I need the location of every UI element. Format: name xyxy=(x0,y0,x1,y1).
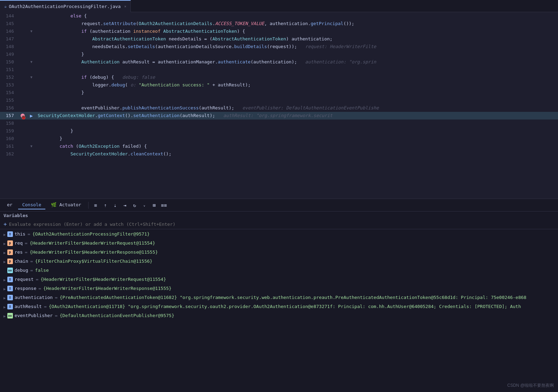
fold-area-145[interactable] xyxy=(28,20,35,28)
list-item[interactable]: ▶ oo eventPublisher = {DefaultAuthentica… xyxy=(0,312,558,321)
code-content-158 xyxy=(35,120,558,127)
scroll-up-icon[interactable]: ⇡ xyxy=(101,201,109,209)
fold-area-161[interactable]: ▼ xyxy=(28,143,35,150)
breakpoint-area-159[interactable] xyxy=(17,127,28,135)
fold-area-146[interactable]: ▼ xyxy=(28,28,35,35)
table-row: 161 ▼ catch (OAuth2Exception failed) { xyxy=(0,143,558,150)
breakpoint-area-147[interactable] xyxy=(17,35,28,43)
var-value-request: {HeaderWriterFilter$HeaderWriterRequest@… xyxy=(40,276,166,283)
fold-area-154[interactable] xyxy=(28,89,35,97)
watch-add-button[interactable]: + xyxy=(3,221,7,228)
breakpoint-area-144[interactable] xyxy=(17,12,28,20)
list-item[interactable]: ▶ p chain = {FilterChainProxy$VirtualFil… xyxy=(0,257,558,266)
breakpoint-area-152[interactable] xyxy=(17,74,28,81)
expand-icon-chain[interactable]: ▶ xyxy=(3,259,6,266)
fold-area-150[interactable]: ▼ xyxy=(28,58,35,66)
tab-close-button[interactable]: × xyxy=(124,5,126,8)
tab-label: OAuth2AuthenticationProcessingFilter.jav… xyxy=(9,4,121,9)
expand-icon-authresult[interactable]: ▶ xyxy=(3,304,6,311)
fold-area-158[interactable] xyxy=(28,120,35,127)
fold-area-155[interactable] xyxy=(28,97,35,104)
fold-area-147[interactable] xyxy=(28,35,35,43)
line-number: 145 xyxy=(0,20,17,28)
list-item[interactable]: ▶ p res = {HeaderWriterFilter$HeaderWrit… xyxy=(0,248,558,257)
refresh-icon[interactable]: ↻ xyxy=(131,201,138,209)
breakpoint-area-162[interactable] xyxy=(17,150,28,158)
breakpoint-area-151[interactable] xyxy=(17,66,28,74)
fold-area-152[interactable]: ▼ xyxy=(28,74,35,81)
code-content-161: catch (OAuth2Exception failed) { xyxy=(35,143,558,150)
code-content-152: if (debug) { debug: false xyxy=(35,74,558,81)
breakpoint-area-154[interactable] xyxy=(17,89,28,97)
list-icon[interactable]: ≡ xyxy=(92,201,99,209)
expand-icon-request[interactable]: ▶ xyxy=(3,277,6,284)
list-item[interactable]: ▶ oo debug = false xyxy=(0,266,558,275)
breakpoint-area-158[interactable] xyxy=(17,120,28,127)
expand-icon-eventpublisher[interactable]: ▶ xyxy=(3,313,6,320)
var-name-authentication: authentication xyxy=(15,294,53,301)
breakpoint-area-153[interactable] xyxy=(17,81,28,89)
table-row: 156 eventPublisher.publishAuthentication… xyxy=(0,104,558,112)
breakpoint-area-157[interactable]: 🐞 xyxy=(17,112,28,120)
expand-icon-response[interactable]: ▶ xyxy=(3,286,6,293)
var-equals-request: = xyxy=(36,276,38,283)
list-item[interactable]: ▶ ≡ authentication = {PreAuthenticatedAu… xyxy=(0,293,558,302)
breakpoint-area-160[interactable] xyxy=(17,135,28,143)
var-equals-chain: = xyxy=(30,258,33,265)
breakpoint-area-148[interactable] xyxy=(17,43,28,51)
var-equals-eventpublisher: = xyxy=(55,312,58,319)
scroll-down-icon[interactable]: ⇣ xyxy=(111,201,119,209)
var-name-debug: debug xyxy=(15,267,28,274)
var-equals-res: = xyxy=(25,249,28,256)
expand-icon-authentication[interactable]: ▶ xyxy=(3,295,6,302)
fold-area-160[interactable] xyxy=(28,135,35,143)
fold-area-157[interactable]: ▶ xyxy=(28,112,35,120)
line-number: 161 xyxy=(0,143,17,150)
menu-icon[interactable]: ≡≡ xyxy=(160,201,168,209)
list-item[interactable]: ▶ ≡ this = {OAuth2AuthenticationProcessi… xyxy=(0,230,558,239)
variables-header: Variables xyxy=(0,212,558,220)
fold-area-159[interactable] xyxy=(28,127,35,135)
breakpoint-area-156[interactable] xyxy=(17,104,28,112)
line-number: 146 xyxy=(0,28,17,35)
expand-icon-res[interactable]: ▶ xyxy=(3,249,6,256)
list-item[interactable]: ▶ p req = {HeaderWriterFilter$HeaderWrit… xyxy=(0,239,558,248)
tab-actuator[interactable]: 🌿 Actuator xyxy=(47,201,85,209)
list-item[interactable]: ▶ ≡ authResult = {OAuth2Authentication@1… xyxy=(0,302,558,312)
tab-er-label: er xyxy=(7,202,13,207)
fold-area-149[interactable] xyxy=(28,51,35,58)
expand-icon-debug[interactable]: ▶ xyxy=(3,268,6,275)
variables-tree: ▶ ≡ this = {OAuth2AuthenticationProcessi… xyxy=(0,229,558,321)
breakpoint-area-149[interactable] xyxy=(17,51,28,58)
tab-console[interactable]: Console xyxy=(18,201,46,209)
line-number: 158 xyxy=(0,120,17,127)
fold-area-153[interactable] xyxy=(28,81,35,89)
list-item[interactable]: ▶ ≡ request = {HeaderWriterFilter$Header… xyxy=(0,275,558,284)
tab-er[interactable]: er xyxy=(3,201,17,209)
file-tab[interactable]: ☕ OAuth2AuthenticationProcessingFilter.j… xyxy=(0,0,131,12)
breakpoint-area-150[interactable] xyxy=(17,58,28,66)
list-item[interactable]: ▶ ≡ response = {HeaderWriterFilter$Heade… xyxy=(0,284,558,293)
breakpoint-area-155[interactable] xyxy=(17,97,28,104)
expand-icon-this[interactable]: ▶ xyxy=(3,231,6,238)
fold-area-148[interactable] xyxy=(28,43,35,51)
code-content-151 xyxy=(35,66,558,74)
var-name-eventpublisher: eventPublisher xyxy=(15,312,53,319)
var-value-authentication: {PreAuthenticatedAuthenticationToken@116… xyxy=(60,294,526,301)
expand-icon-req[interactable]: ▶ xyxy=(3,240,6,247)
var-value-this: {OAuth2AuthenticationProcessingFilter@95… xyxy=(32,231,150,238)
code-content-148: needsDetails.setDetails(authenticationDe… xyxy=(35,43,558,51)
var-value-req: {HeaderWriterFilter$HeaderWriterRequest@… xyxy=(30,240,155,247)
eventpublisher-variable-icon: oo xyxy=(7,313,13,318)
fold-area-162[interactable] xyxy=(28,150,35,158)
step-over-icon[interactable]: ⇥ xyxy=(121,201,129,209)
watch-expression-input[interactable] xyxy=(9,222,555,227)
fold-area-151[interactable] xyxy=(28,66,35,74)
breakpoint-area-146[interactable] xyxy=(17,28,28,35)
breakpoint-area-161[interactable] xyxy=(17,143,28,150)
filter-icon[interactable]: ᵥ xyxy=(141,201,148,209)
fold-area-156[interactable] xyxy=(28,104,35,112)
breakpoint-area-145[interactable] xyxy=(17,20,28,28)
fold-area-144[interactable] xyxy=(28,12,35,20)
grid-icon[interactable]: ⊞ xyxy=(150,201,158,209)
